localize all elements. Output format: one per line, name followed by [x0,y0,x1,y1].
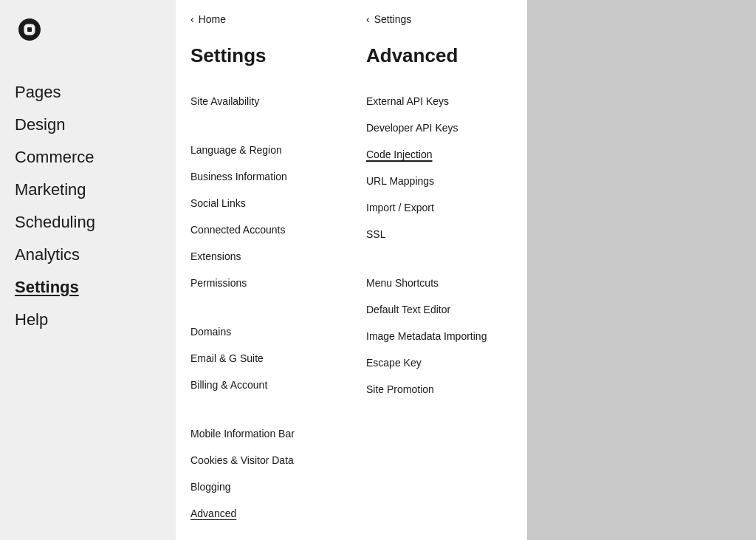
advanced-title: Advanced [351,33,527,82]
settings-item-domains[interactable]: Domains [190,318,337,345]
nav-item-help[interactable]: Help [15,304,161,335]
advanced-item-import-export[interactable]: Import / Export [366,194,512,221]
content-area [527,0,756,540]
settings-panel: ‹ Home Settings Site Availability Langua… [176,0,351,540]
nav-item-settings[interactable]: Settings [15,272,161,303]
logo-area [0,0,176,69]
advanced-item-url-mappings[interactable]: URL Mappings [366,168,512,194]
settings-section-2: Language & Region Business Information S… [176,131,351,302]
advanced-section-2: Menu Shortcuts Default Text Editor Image… [351,264,527,409]
settings-back-button[interactable]: ‹ Home [176,0,351,33]
settings-title: Settings [176,33,351,82]
nav-item-commerce[interactable]: Commerce [15,142,161,173]
advanced-item-default-text-editor[interactable]: Default Text Editor [366,296,512,323]
advanced-item-site-promotion[interactable]: Site Promotion [366,376,512,403]
chevron-left-icon-2: ‹ [366,13,370,25]
advanced-panel: ‹ Settings Advanced External API Keys De… [351,0,527,540]
settings-back-label: Home [199,13,226,25]
settings-section-4: Mobile Information Bar Cookies & Visitor… [176,414,351,533]
main-sidebar: Pages Design Commerce Marketing Scheduli… [0,0,176,540]
settings-item-billing-account[interactable]: Billing & Account [190,372,337,398]
settings-item-social-links[interactable]: Social Links [190,190,337,216]
settings-item-permissions[interactable]: Permissions [190,270,337,296]
squarespace-logo [15,15,44,44]
settings-item-advanced[interactable]: Advanced [190,500,337,527]
advanced-section-1: External API Keys Developer API Keys Cod… [351,82,527,253]
settings-item-email-gsuite[interactable]: Email & G Suite [190,345,337,372]
settings-item-blogging[interactable]: Blogging [190,474,337,500]
advanced-item-code-injection[interactable]: Code Injection [366,141,512,168]
nav-item-scheduling[interactable]: Scheduling [15,207,161,238]
nav-item-marketing[interactable]: Marketing [15,174,161,205]
settings-item-extensions[interactable]: Extensions [190,243,337,270]
nav-item-analytics[interactable]: Analytics [15,239,161,270]
settings-item-site-availability[interactable]: Site Availability [190,88,337,115]
main-nav: Pages Design Commerce Marketing Scheduli… [0,69,176,343]
settings-item-language-region[interactable]: Language & Region [190,137,337,163]
advanced-back-label: Settings [374,13,412,25]
settings-section-1: Site Availability [176,82,351,120]
settings-section-3: Domains Email & G Suite Billing & Accoun… [176,312,351,404]
settings-item-business-info[interactable]: Business Information [190,163,337,190]
settings-item-mobile-info-bar[interactable]: Mobile Information Bar [190,420,337,447]
advanced-item-developer-api[interactable]: Developer API Keys [366,115,512,141]
nav-item-design[interactable]: Design [15,109,161,140]
advanced-item-ssl[interactable]: SSL [366,221,512,247]
settings-item-cookies[interactable]: Cookies & Visitor Data [190,447,337,474]
settings-item-connected-accounts[interactable]: Connected Accounts [190,216,337,243]
advanced-item-image-metadata[interactable]: Image Metadata Importing [366,323,512,349]
chevron-left-icon: ‹ [190,13,194,25]
advanced-item-external-api[interactable]: External API Keys [366,88,512,115]
advanced-back-button[interactable]: ‹ Settings [351,0,527,33]
nav-item-pages[interactable]: Pages [15,77,161,108]
advanced-item-escape-key[interactable]: Escape Key [366,349,512,376]
advanced-item-menu-shortcuts[interactable]: Menu Shortcuts [366,270,512,296]
